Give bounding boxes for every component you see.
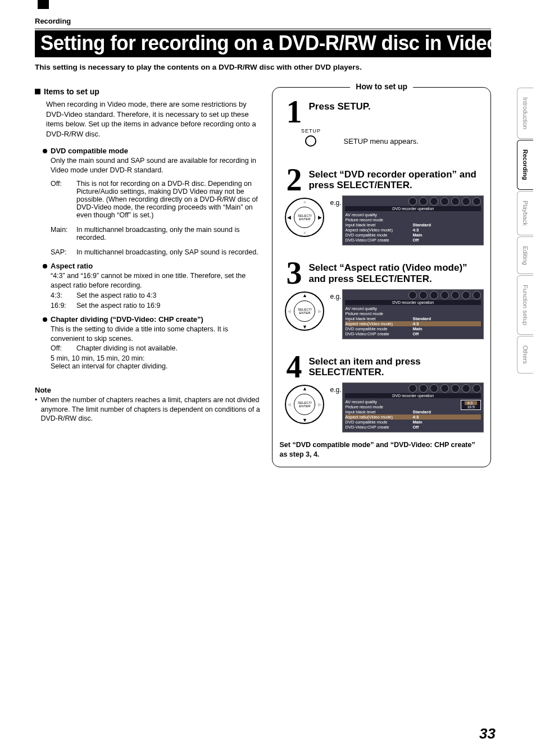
step-2-text: Select “DVD recorder operation” and pres…: [308, 167, 484, 194]
eg-label: e.g.: [330, 199, 341, 207]
items-heading: Items to set up: [35, 87, 262, 96]
side-tabs: Introduction Recording Playback Editing …: [517, 88, 536, 375]
intro-text: This setting is necessary to play the co…: [35, 63, 491, 71]
step-4: 4 Select an item and press SELECT/ENTER.: [279, 354, 484, 381]
page-title: Setting for recording on a DVD-R/RW disc…: [40, 31, 472, 55]
tab-playback[interactable]: Playback: [517, 191, 533, 235]
chapter-title: Chapter dividing (“DVD-Video: CHP create…: [51, 315, 203, 324]
osd-screenshot-4: DVD recorder operation AV record quality…: [342, 382, 484, 432]
osd-bar: DVD recorder operation: [345, 300, 481, 305]
tab-introduction[interactable]: Introduction: [517, 88, 533, 139]
tab-recording[interactable]: Recording: [517, 140, 533, 189]
dvd-mode-options: Off:This is not for recording on a DVD-R…: [51, 180, 262, 256]
opt-sap-val: In multichannel broadcasting, only SAP s…: [76, 248, 258, 256]
osd-screenshot-3: DVD recorder operation AV record quality…: [342, 289, 484, 339]
bullet-dvd-mode: DVD compatible mode: [43, 147, 262, 155]
step-3: 3 Select “Aspect ratio (Video mode)” and…: [279, 260, 484, 287]
step-1-sub: SETUP menu appears.: [343, 137, 418, 145]
bullet-icon: [43, 149, 47, 153]
opt-sap-key: SAP:: [51, 248, 76, 256]
tab-function-setup[interactable]: Function setup: [517, 275, 533, 335]
bullet-aspect: Aspect ratio: [43, 262, 262, 270]
step-4-example: ▲▼◀▶ SELECT/ ENTER e.g. DVD recorder ope…: [279, 382, 484, 432]
items-column: Items to set up When recording in Video …: [35, 87, 262, 467]
step-1-num: 1: [279, 99, 308, 126]
chapter-intervals-desc: Select an interval for chapter dividing.: [51, 362, 262, 370]
step-1: 1 Press SETUP.: [279, 99, 484, 126]
aspect-169-val: Set the aspect ratio to 16:9: [76, 302, 160, 309]
chapter-options: Off:Chapter dividing is not available. 5…: [51, 344, 262, 370]
aspect-desc: “4:3” and “16:9” cannot be mixed in one …: [51, 271, 262, 290]
top-marker: [38, 0, 49, 9]
aspect-options: 4:3:Set the aspect ratio to 4:3 16:9:Set…: [51, 292, 262, 309]
aspect-title: Aspect ratio: [51, 262, 93, 270]
setup-button-label: SETUP: [295, 128, 326, 134]
note-bullet-icon: •: [35, 395, 37, 423]
chapter-intervals: 5 min, 10 min, 15 min, 20 min:: [51, 354, 262, 362]
how-to-column: How to set up 1 Press SETUP. SETUP SETUP…: [272, 87, 491, 467]
aspect-43-key: 4:3:: [51, 292, 76, 299]
step-3-num: 3: [279, 260, 308, 287]
chapter-off-key: Off:: [51, 344, 76, 352]
setup-button-circle-icon: [305, 135, 316, 147]
note-text: When the number of chapters reaches a li…: [40, 395, 262, 423]
step-4-num: 4: [279, 354, 308, 381]
nav-pad-label: SELECT/ ENTER: [294, 300, 315, 322]
dvd-mode-title: DVD compatible mode: [51, 147, 128, 155]
title-box: Setting for recording on a DVD-R/RW disc…: [35, 30, 491, 57]
nav-pad-icon: ▲▼◀▶ SELECT/ ENTER: [285, 198, 324, 237]
opt-off-val: This is not for recording on a DVD-R dis…: [76, 180, 262, 219]
bullet-icon: [43, 264, 47, 268]
bullet-icon: [43, 317, 47, 322]
aspect-169-key: 16:9:: [51, 302, 76, 309]
opt-main-val: In multichannel broadcasting, only the m…: [76, 226, 262, 242]
dvd-mode-desc: Only the main sound and SAP sound are av…: [51, 156, 262, 175]
nav-pad-icon: ▲▼◀▶ SELECT/ ENTER: [285, 385, 324, 424]
aspect-43-val: Set the aspect ratio to 4:3: [76, 292, 156, 299]
note-heading: Note: [35, 386, 262, 394]
setup-button-graphic: SETUP: [295, 128, 326, 147]
eg-label: e.g.: [330, 386, 341, 394]
bullet-chapter: Chapter dividing (“DVD-Video: CHP create…: [43, 315, 262, 324]
items-intro: When recording in Video mode, there are …: [46, 99, 262, 139]
post-note: Set “DVD compatible mode” and “DVD-Video…: [279, 440, 484, 459]
osd-popup: 4:3 16:9: [461, 400, 481, 410]
osd-screenshot-2: DVD recorder operation AV record quality…: [342, 195, 484, 245]
step-2-example: ▲▼◀▶ SELECT/ ENTER e.g. DVD recorder ope…: [279, 195, 484, 245]
nav-pad-icon: ▲▼◀▶ SELECT/ ENTER: [285, 292, 324, 331]
chapter-desc: This is the setting to divide a title in…: [51, 325, 262, 344]
step-1-text: Press SETUP.: [308, 99, 370, 126]
rule: [35, 29, 491, 29]
opt-main-key: Main:: [51, 226, 76, 242]
step-2-num: 2: [279, 167, 308, 194]
section-label: Recording: [35, 17, 491, 25]
tab-editing[interactable]: Editing: [517, 236, 533, 275]
how-to-title: How to set up: [350, 82, 413, 91]
osd-bar: DVD recorder operation: [345, 393, 481, 398]
tab-others[interactable]: Others: [517, 336, 533, 374]
eg-label: e.g.: [330, 293, 341, 300]
square-icon: [35, 89, 40, 94]
osd-bar: DVD recorder operation: [345, 206, 481, 211]
step-3-example: ▲▼◀▶ SELECT/ ENTER e.g. DVD recorder ope…: [279, 289, 484, 339]
step-2: 2 Select “DVD recorder operation” and pr…: [279, 167, 484, 194]
step-4-text: Select an item and press SELECT/ENTER.: [308, 354, 484, 381]
chapter-off-val: Chapter dividing is not available.: [76, 344, 178, 352]
note-body: • When the number of chapters reaches a …: [35, 395, 262, 423]
page-number: 33: [479, 725, 496, 743]
items-heading-text: Items to set up: [44, 87, 99, 96]
opt-off-key: Off:: [51, 180, 76, 219]
step-3-text: Select “Aspect ratio (Video mode)” and p…: [308, 260, 484, 287]
